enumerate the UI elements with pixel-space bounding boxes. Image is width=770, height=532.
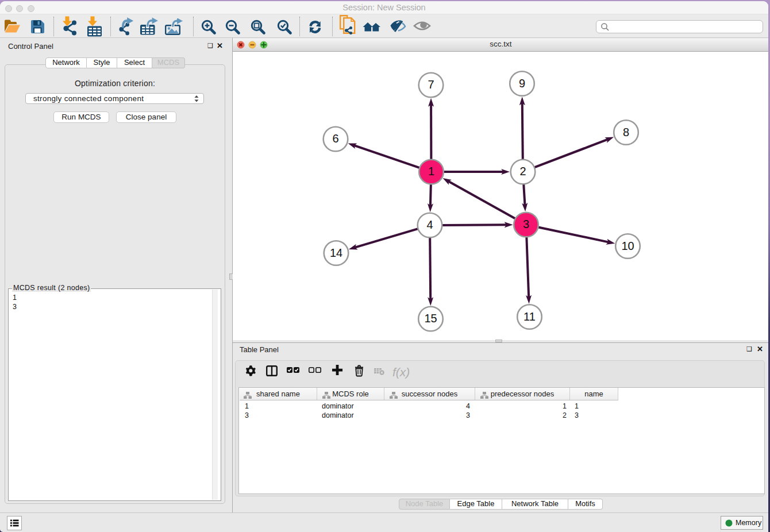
svg-text:15: 15 [424, 312, 437, 325]
svg-text:7: 7 [428, 78, 434, 91]
svg-text:3: 3 [523, 218, 529, 230]
svg-text:11: 11 [523, 310, 536, 323]
svg-text:9: 9 [519, 77, 525, 90]
svg-text:1: 1 [428, 165, 434, 178]
svg-text:4: 4 [426, 218, 433, 231]
svg-text:2: 2 [519, 165, 526, 178]
svg-text:14: 14 [330, 246, 342, 259]
svg-text:10: 10 [621, 240, 634, 252]
svg-text:8: 8 [623, 126, 629, 138]
svg-text:f(x): f(x) [392, 365, 410, 379]
svg-text:6: 6 [332, 132, 338, 145]
